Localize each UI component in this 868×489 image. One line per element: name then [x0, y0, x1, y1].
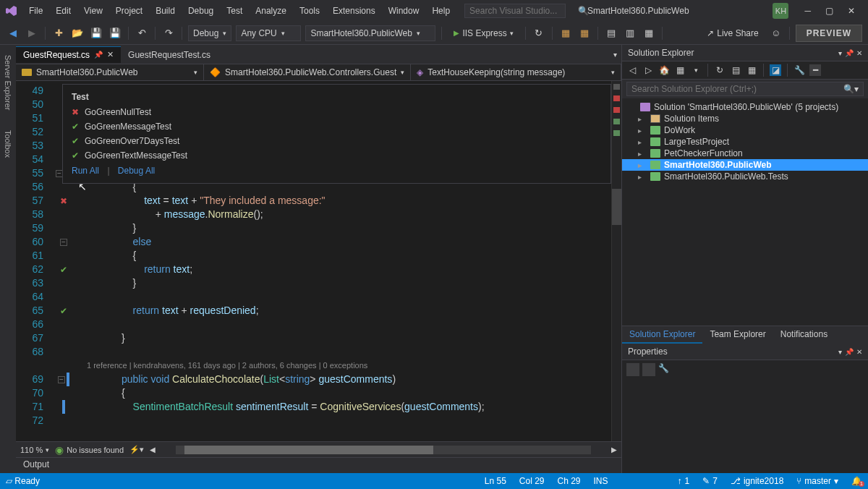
browser-refresh-icon[interactable]: ↻: [532, 26, 546, 41]
tree-item[interactable]: ▸SmartHotel360.PublicWeb.Tests: [622, 171, 868, 182]
wrench-icon[interactable]: 🔧: [658, 363, 671, 376]
show-all-icon[interactable]: ▦: [746, 64, 757, 76]
start-debug-button[interactable]: ▶IIS Express▾: [448, 27, 519, 40]
live-share-button[interactable]: ↗Live Share: [701, 27, 764, 40]
open-icon[interactable]: 📂: [70, 26, 85, 41]
status-ch[interactable]: Ch 29: [558, 476, 581, 486]
test-row[interactable]: ✔GoGreenOver7DaysTest: [63, 134, 610, 148]
tab-solution-explorer[interactable]: Solution Explorer: [622, 326, 702, 344]
test-row[interactable]: ✔GoGreenMessageTest: [63, 119, 610, 134]
menu-debug[interactable]: Debug: [182, 3, 219, 19]
run-all-link[interactable]: Run All: [72, 166, 99, 176]
menu-view[interactable]: View: [78, 3, 109, 19]
step-icon-1[interactable]: ▦: [558, 26, 573, 41]
panel-menu-icon[interactable]: ▾: [838, 49, 842, 57]
nav-method[interactable]: ◈TextHouseKeeping(string message)▾: [411, 64, 621, 80]
preview-selected-icon[interactable]: ◪: [770, 64, 781, 76]
quick-launch-input[interactable]: [469, 6, 578, 16]
solution-node[interactable]: Solution 'SmartHotel360.PublicWeb' (5 pr…: [622, 101, 868, 113]
minimize-button[interactable]: ─: [797, 3, 818, 19]
solution-tree[interactable]: Solution 'SmartHotel360.PublicWeb' (5 pr…: [622, 98, 868, 326]
save-all-icon[interactable]: 💾: [108, 26, 122, 41]
collapse-icon[interactable]: ▤: [730, 64, 741, 76]
quick-launch-search[interactable]: 🔍: [464, 4, 566, 18]
lightning-icon[interactable]: ⚡▾: [129, 445, 144, 454]
alpha-icon[interactable]: [642, 363, 655, 376]
menu-file[interactable]: File: [23, 3, 48, 19]
menu-tools[interactable]: Tools: [294, 3, 326, 19]
vertical-scrollbar[interactable]: [611, 81, 621, 441]
nav-project[interactable]: SmartHotel360.PublicWeb▾: [16, 64, 204, 80]
tab-notifications[interactable]: Notifications: [773, 326, 835, 344]
fold-toggle[interactable]: −: [58, 376, 65, 383]
tree-item-selected[interactable]: ▸SmartHotel360.PublicWeb: [622, 159, 868, 171]
tree-item[interactable]: ▸Solution Items: [622, 113, 868, 124]
close-tab-icon[interactable]: ✕: [107, 50, 114, 59]
new-project-icon[interactable]: ✚: [51, 26, 66, 41]
status-col[interactable]: Col 29: [519, 476, 545, 486]
solution-search-input[interactable]: [631, 84, 843, 94]
properties-icon[interactable]: 🔧: [793, 64, 805, 76]
codelens-summary[interactable]: 1 reference | kendrahavens, 161 days ago…: [78, 359, 611, 373]
scroll-thumb[interactable]: [612, 189, 621, 225]
notifications-bell[interactable]: 🔔1: [851, 476, 862, 486]
tree-item[interactable]: ▸PetCheckerFunction: [622, 148, 868, 159]
test-row[interactable]: ✖GoGreenNullTest: [63, 105, 610, 119]
menu-project[interactable]: Project: [110, 3, 148, 19]
status-ins[interactable]: INS: [594, 476, 608, 486]
panel-menu-icon[interactable]: ▾: [838, 348, 842, 356]
menu-build[interactable]: Build: [150, 3, 181, 19]
pin-icon[interactable]: 📌: [94, 51, 103, 59]
nav-fwd-icon[interactable]: ▶: [25, 26, 39, 41]
undo-icon[interactable]: ↶: [135, 26, 149, 41]
menu-edit[interactable]: Edit: [50, 3, 77, 19]
tool-icon-2[interactable]: ▥: [623, 26, 637, 41]
menu-analyze[interactable]: Analyze: [250, 3, 292, 19]
tabs-dropdown[interactable]: ▾: [609, 51, 621, 59]
close-icon[interactable]: ✕: [856, 348, 862, 356]
tree-item[interactable]: ▸LargeTestProject: [622, 136, 868, 148]
pin-icon[interactable]: 📌: [845, 49, 854, 57]
menu-help[interactable]: Help: [426, 3, 456, 19]
back-icon[interactable]: ◁: [626, 64, 638, 76]
fwd-icon[interactable]: ▷: [642, 64, 654, 76]
menu-extensions[interactable]: Extensions: [327, 3, 381, 19]
solution-search[interactable]: 🔍▾: [626, 82, 864, 96]
startup-selector[interactable]: SmartHotel360.PublicWeb▾: [305, 25, 435, 41]
server-explorer-tab[interactable]: Server Explorer: [2, 52, 14, 113]
caret-icon[interactable]: ▾: [690, 64, 702, 76]
close-button[interactable]: ✕: [841, 3, 862, 19]
refresh-icon[interactable]: ↻: [714, 64, 726, 76]
code-editor[interactable]: 4950515253545556575859606162636465666768…: [16, 81, 621, 441]
menu-test[interactable]: Test: [221, 3, 248, 19]
fold-toggle[interactable]: −: [60, 239, 67, 246]
horizontal-scrollbar[interactable]: [176, 446, 591, 454]
doc-tab-guestrequest[interactable]: GuestRequest.cs 📌 ✕: [16, 46, 121, 63]
pin-icon[interactable]: 📌: [845, 348, 854, 356]
status-ln[interactable]: Ln 55: [485, 476, 506, 486]
step-icon-2[interactable]: ▦: [577, 26, 592, 41]
status-branch[interactable]: ⑂master ▾: [796, 476, 838, 486]
nav-class[interactable]: 🔶SmartHotel360.PublicWeb.Controllers.Gue…: [204, 64, 411, 80]
user-badge[interactable]: KH: [773, 3, 788, 19]
nav-back-icon[interactable]: ◀: [6, 26, 20, 41]
sync-icon[interactable]: ▦: [674, 64, 686, 76]
doc-tab-guestrequesttest[interactable]: GuestRequestTest.cs: [121, 46, 218, 63]
home-icon[interactable]: 🏠: [658, 64, 670, 76]
feedback-icon[interactable]: ☺: [769, 26, 783, 41]
status-repo[interactable]: ⎇ignite2018: [731, 476, 783, 486]
toolbox-tab[interactable]: Toolbox: [2, 127, 14, 161]
save-icon[interactable]: 💾: [89, 26, 103, 41]
tree-item[interactable]: ▸DoWork: [622, 124, 868, 136]
zoom-selector[interactable]: 110 %▾: [20, 446, 49, 454]
tool-icon-3[interactable]: ▦: [642, 26, 656, 41]
categorize-icon[interactable]: [626, 363, 639, 376]
scope-icon[interactable]: ━: [809, 64, 821, 76]
debug-all-link[interactable]: Debug All: [118, 166, 155, 176]
preview-button[interactable]: PREVIEW: [796, 25, 862, 42]
tab-team-explorer[interactable]: Team Explorer: [702, 326, 773, 344]
test-row[interactable]: ✔GoGreenTextMessageTest: [63, 148, 610, 163]
close-icon[interactable]: ✕: [856, 49, 862, 57]
config-selector[interactable]: Debug▾: [188, 25, 231, 41]
status-pending[interactable]: ✎7: [702, 476, 718, 486]
